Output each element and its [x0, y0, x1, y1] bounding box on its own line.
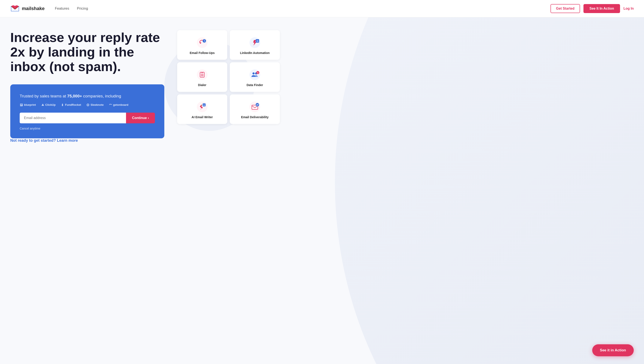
svg-point-11 [197, 69, 208, 80]
nav-features[interactable]: Features [55, 7, 69, 11]
svg-point-18 [201, 76, 202, 77]
feature-label-data-finder: Data Finder [246, 83, 263, 87]
company-getonboard: getonboard [109, 103, 128, 107]
trusted-text: Trusted by sales teams at 75,000+ compan… [20, 94, 155, 99]
floating-see-action-button[interactable]: See it in Action [592, 344, 634, 356]
svg-text:AI: AI [203, 104, 205, 106]
features-grid: Email Follow-Ups in LinkedIn Automation [177, 30, 280, 124]
feature-label-ai-email-writer: AI Email Writer [192, 115, 213, 119]
svg-point-17 [203, 75, 204, 76]
login-button[interactable]: Log In [624, 7, 634, 11]
svg-point-26 [197, 102, 208, 112]
nav-pricing[interactable]: Pricing [77, 7, 88, 11]
svg-text:in: in [256, 40, 258, 42]
feature-label-linkedin: LinkedIn Automation [240, 51, 270, 55]
svg-point-31 [250, 102, 260, 112]
logo[interactable]: mailshake [10, 4, 44, 13]
hero-section: Increase your reply rate 2x by landing i… [10, 30, 164, 143]
hero-title: Increase your reply rate 2x by landing i… [10, 30, 164, 74]
aiwriter-icon: AI [196, 101, 208, 112]
feature-label-dialer: Dialer [198, 83, 206, 87]
svg-point-14 [203, 74, 204, 75]
features-panel: Email Follow-Ups in LinkedIn Automation [177, 30, 280, 124]
svg-point-16 [202, 75, 202, 76]
feature-label-email-follow-ups: Email Follow-Ups [190, 51, 215, 55]
svg-point-4 [87, 104, 88, 106]
cta-box: Trusted by sales teams at 75,000+ compan… [10, 84, 164, 138]
svg-point-12 [201, 74, 202, 75]
nav-actions: Get Started See It In Action Log In [550, 4, 634, 13]
company-logos: blueprint ClickUp FundRocket Sleeknote g… [20, 103, 155, 107]
svg-point-5 [197, 37, 208, 48]
dialer-icon [196, 69, 208, 80]
feature-card-email-deliverability[interactable]: Email Deliverability [230, 94, 280, 124]
feature-card-ai-email-writer[interactable]: AI AI Email Writer [177, 94, 227, 124]
nav-links: Features Pricing [55, 7, 550, 11]
continue-button[interactable]: Continue › [126, 113, 155, 123]
svg-point-13 [202, 74, 202, 75]
feature-card-dialer[interactable]: Dialer [177, 62, 227, 92]
not-ready-link[interactable]: Not ready to get started? Learn more [10, 138, 78, 143]
followup-icon [196, 37, 208, 48]
logo-icon [10, 4, 20, 13]
linkedin-icon: in [249, 37, 260, 48]
svg-point-21 [250, 69, 260, 80]
email-input[interactable] [20, 113, 126, 123]
navbar: mailshake Features Pricing Get Started S… [0, 0, 644, 17]
email-form: Continue › [20, 113, 155, 123]
svg-point-15 [201, 75, 202, 76]
feature-label-email-deliverability: Email Deliverability [241, 115, 268, 119]
svg-text:+: + [257, 71, 259, 74]
get-started-button[interactable]: Get Started [550, 4, 580, 13]
svg-point-22 [252, 72, 254, 75]
company-blueprint: blueprint [20, 103, 36, 107]
svg-point-33 [256, 103, 259, 106]
company-fundrocket: FundRocket [61, 103, 81, 107]
feature-card-linkedin-automation[interactable]: in LinkedIn Automation [230, 30, 280, 60]
feature-card-email-follow-ups[interactable]: Email Follow-Ups [177, 30, 227, 60]
cancel-text: Cancel anytime [20, 127, 155, 130]
deliverability-icon [249, 101, 260, 112]
see-it-in-action-button[interactable]: See It In Action [584, 4, 620, 13]
logo-text: mailshake [22, 6, 44, 11]
svg-point-20 [203, 76, 204, 77]
company-sleeknote: Sleeknote [86, 103, 104, 107]
main-content: Increase your reply rate 2x by landing i… [0, 17, 644, 143]
company-clickup: ClickUp [41, 103, 56, 107]
datafinder-icon: + [249, 69, 260, 80]
svg-point-19 [202, 76, 202, 77]
feature-card-data-finder[interactable]: + Data Finder [230, 62, 280, 92]
